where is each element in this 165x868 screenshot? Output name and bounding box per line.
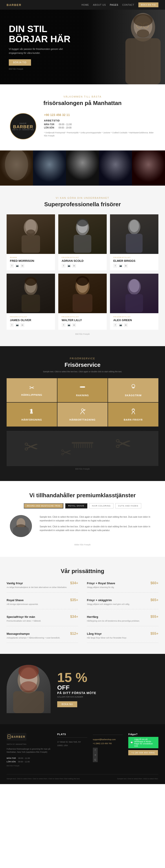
barber-photo-5 xyxy=(58,274,107,313)
pricing-name-3: Royal Shave $35+ xyxy=(7,598,78,602)
svg-rect-59 xyxy=(91,444,92,448)
linkedin-icon-1[interactable]: in xyxy=(21,264,24,268)
service-name-5: Hårborttagning xyxy=(70,418,96,421)
instagram-icon-2[interactable]: 📷 xyxy=(67,264,71,268)
instagram-icon-4[interactable]: 📷 xyxy=(15,323,19,327)
service-name-4: Hårfärgning xyxy=(22,418,42,421)
linkedin-icon-5[interactable]: in xyxy=(72,323,76,327)
facebook-icon-2[interactable]: f xyxy=(62,264,65,268)
footer-photo-credit: Bild från Freepik xyxy=(7,764,52,767)
footer-email-link[interactable]: support@barbershop.com xyxy=(93,738,116,741)
svg-rect-14 xyxy=(22,235,40,253)
footer-google-icon[interactable]: G xyxy=(93,757,98,762)
barber-silhouette-6 xyxy=(121,275,147,312)
footer-phone-link[interactable]: +1 (980) 123 456 765 xyxy=(93,742,112,745)
gallery-svg-3 xyxy=(66,150,99,186)
barber-role-6: FRISÖR/STYLIST xyxy=(113,316,155,318)
footer-desc: Fullservice frisörssalonger & grooming f… xyxy=(7,747,52,754)
svg-point-6 xyxy=(133,14,153,26)
barbers-subtitle: VI KAN GÖRA DIN UNDERBARNHET xyxy=(7,196,158,199)
footer-facebook-icon[interactable]: f xyxy=(93,748,98,752)
footer-twitter-icon[interactable]: ✕ xyxy=(93,752,98,757)
pricing-price-3: $35+ xyxy=(70,598,78,602)
whatsapp-box[interactable]: 💬 Lägg till oss på Whatsapp & skicka frå… xyxy=(128,737,158,748)
barber-photo-3 xyxy=(110,214,158,254)
facebook-icon-4[interactable]: f xyxy=(10,323,14,327)
nav-pages[interactable]: PAGES xyxy=(110,4,118,6)
removal-svg xyxy=(79,408,86,415)
linkedin-icon-3[interactable]: in xyxy=(124,264,128,268)
svg-rect-56 xyxy=(85,444,86,448)
hero-cta-button[interactable]: BÖRJA TID xyxy=(9,59,31,66)
instagram-icon-5[interactable]: 📷 xyxy=(67,323,71,327)
facebook-icon-5[interactable]: f xyxy=(62,323,65,327)
footer-contact-title xyxy=(93,733,123,735)
pricing-item-6: Herrfärg $55+ Hårfärgning som du vill be… xyxy=(87,615,158,626)
facebook-icon-1[interactable]: f xyxy=(10,264,14,268)
barber-info-3: FRISÖR/STYLIST ELMER BRIGGS f 📷 in xyxy=(110,254,158,270)
svg-point-68 xyxy=(20,681,37,692)
welcome-note: * Orefjersalt Frisörportal * Premiumjobb… xyxy=(44,131,156,137)
promo-cta-button[interactable]: BOKA NU xyxy=(57,701,77,707)
service-item-4[interactable]: Hårfärgning xyxy=(7,403,57,427)
service-item-5[interactable]: Hårborttagning xyxy=(57,403,108,427)
welcome-title: frisörsalongen på Manhattan xyxy=(9,100,156,106)
logo-name: BARBER xyxy=(13,125,33,129)
pricing-price-7: $12+ xyxy=(70,632,78,636)
nav-home[interactable]: HOME xyxy=(81,4,89,6)
logo-shop: SHOP xyxy=(19,122,27,125)
promo-section: 15 % OFF PÅ DITT FÖRSTA MÖTE GÄLLER FÖR … xyxy=(0,654,165,724)
promo-man-svg xyxy=(7,665,51,713)
svg-text:✂: ✂ xyxy=(24,437,38,457)
service-item-2[interactable]: Rakning xyxy=(57,378,108,402)
barber-name-4: JAMES OLIVER xyxy=(10,318,52,322)
service-name-2: Rakning xyxy=(76,394,89,397)
service-item-1[interactable]: ✂ Hårklippning xyxy=(7,378,57,402)
instagram-icon-1[interactable]: 📷 xyxy=(15,264,19,268)
pricing-price-8: $55+ xyxy=(150,632,158,636)
nav-contact[interactable]: CONTACT xyxy=(122,4,134,6)
nav-about[interactable]: ABOUT US xyxy=(93,4,106,6)
barbers-grid: ÄGARE FRED MORRISON f 📷 in FRISÖR/ xyxy=(7,214,158,330)
logo-sub: SMITH ST. MANHATTAN xyxy=(12,129,34,130)
footer: BARBER SMITH ST. MANHATTAN Fullservice f… xyxy=(0,724,165,784)
facebook-icon-3[interactable]: f xyxy=(113,264,117,268)
nav-cta-button[interactable]: BOKA EN TID xyxy=(138,2,158,7)
facebook-icon-6[interactable]: f xyxy=(113,323,117,327)
tag-hair-coloring[interactable]: HAIR COLORING xyxy=(89,503,113,508)
service-item-6[interactable]: Barn frisyr xyxy=(108,403,158,427)
pricing-item-5: Specialfrisyr för män $34+ Premiumkvalit… xyxy=(7,615,78,626)
tag-cuts-fades[interactable]: CUTS AND FADES xyxy=(115,503,141,508)
svg-rect-25 xyxy=(22,294,40,312)
premium-title: Vi tillhandahåller premiumklasstjänster xyxy=(7,492,158,499)
svg-point-45 xyxy=(132,409,135,411)
pricing-item-7: Massageshampo $12+ Avkopplande schampo +… xyxy=(7,632,78,643)
instagram-icon-6[interactable]: 📷 xyxy=(118,323,122,327)
kids-svg xyxy=(130,408,137,415)
pricing-desc-4: Skägg alltjämt och skäggtrim med göm och… xyxy=(87,603,158,606)
pricing-price-6: $55+ xyxy=(150,615,158,619)
barber-info-2: FRISÖR/STYLIST ADRIAN SCOLD f 📷 in xyxy=(58,254,107,270)
svg-rect-52 xyxy=(76,444,77,448)
linkedin-icon-2[interactable]: in xyxy=(72,264,76,268)
barber-logo-box: SHOP BARBER SMITH ST. MANHATTAN xyxy=(9,113,37,140)
hero-man-svg xyxy=(103,10,165,84)
linkedin-icon-6[interactable]: in xyxy=(124,323,128,327)
welcome-subtitle: Välkommen till bästa xyxy=(9,95,156,98)
footer-phone-button[interactable]: +1 (40 408 456 4084) xyxy=(128,750,158,755)
service-item-3[interactable]: Skäggtrim xyxy=(108,378,158,402)
svg-point-34 xyxy=(129,279,139,292)
linkedin-icon-4[interactable]: in xyxy=(21,323,24,327)
tag-royal-shave[interactable]: ROYAL SHAVE xyxy=(65,503,87,508)
footer-bottom-text: Sample text. Click to select then. Click… xyxy=(7,778,80,780)
svg-rect-1 xyxy=(126,38,161,84)
instagram-icon-3[interactable]: 📷 xyxy=(118,264,122,268)
tag-beard-trim[interactable]: BEARD AND MUSTACHE TRIM xyxy=(24,503,63,508)
svg-point-27 xyxy=(25,277,37,286)
svg-point-23 xyxy=(129,220,139,232)
premium-man-image xyxy=(10,515,32,537)
gallery-strip xyxy=(0,150,165,186)
nav-logo: BARBER xyxy=(7,3,22,7)
promo-content: 15 % OFF PÅ DITT FÖRSTA MÖTE GÄLLER FÖR … xyxy=(57,671,158,707)
gallery-svg-4 xyxy=(99,150,132,186)
